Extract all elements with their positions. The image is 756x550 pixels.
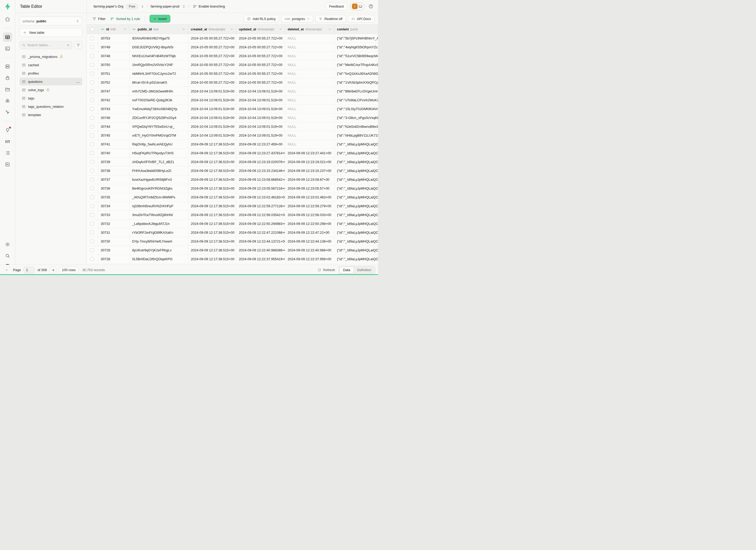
chevron-down-icon[interactable] xyxy=(328,28,332,31)
row-select-cell[interactable] xyxy=(87,131,98,140)
column-header-created_at[interactable]: created_attimestamptz xyxy=(188,25,236,34)
cell-content[interactable]: {"id":"_Id9aLyJpMHQLaiQC xyxy=(334,140,378,149)
cell-deleted_at[interactable]: 2024-09-09 12:22:50.298+00 xyxy=(285,219,334,228)
cell-public_id[interactable]: Be4KignzoK9YRGNI3Zgks xyxy=(130,184,188,193)
row-checkbox[interactable] xyxy=(90,222,94,226)
table-list-item[interactable]: questions... xyxy=(19,78,82,85)
home-icon[interactable] xyxy=(3,15,12,24)
cell-updated_at[interactable]: 2024-09-09 12:22:40.986386+00 xyxy=(236,246,285,254)
settings-icon[interactable] xyxy=(3,240,12,249)
new-table-button[interactable]: New table xyxy=(19,28,82,37)
cell-id[interactable]: 30730 xyxy=(98,237,130,246)
page-input[interactable] xyxy=(23,267,35,273)
cell-created_at[interactable]: 2024-10-05 00:55:27.722+00 xyxy=(188,61,236,69)
cell-public_id[interactable]: RiqOV6p_5wihLeIAEQyhU xyxy=(130,140,188,149)
cell-deleted_at[interactable]: 2024-09-09 12:22:40.988+00 xyxy=(285,246,334,254)
cell-public_id[interactable]: 1hnRQjxSRm2V0VticY2NF xyxy=(130,61,188,69)
search-icon[interactable] xyxy=(3,251,12,260)
row-select-cell[interactable] xyxy=(87,96,98,104)
cell-deleted_at[interactable]: NULL xyxy=(285,52,334,60)
row-checkbox[interactable] xyxy=(90,63,94,67)
cell-created_at[interactable]: 2024-09-09 12:17:36.515+00 xyxy=(188,149,236,157)
cell-deleted_at[interactable]: 2024-09-09 12:23:27.441+00 xyxy=(285,149,334,157)
tab-definition[interactable]: Definition xyxy=(354,267,375,273)
cell-content[interactable]: {"id":"_Id9aLyJpMHQLaiQC xyxy=(334,184,378,193)
cell-content[interactable]: {"id":"_Id9aLyJpMHQLaiQC xyxy=(334,219,378,228)
cell-updated_at[interactable]: 2024-09-09 12:22:37.955419+00 xyxy=(236,255,285,263)
cell-updated_at[interactable]: 2024-09-09 12:23:08.668542+00 xyxy=(236,175,285,184)
row-checkbox[interactable] xyxy=(90,195,94,199)
cell-content[interactable]: {"id":"fvrQ1bXoJ6XaAD08G xyxy=(334,69,378,78)
cell-id[interactable]: 30751 xyxy=(98,69,130,78)
cell-deleted_at[interactable]: 2024-09-09 12:22:37.958+00 xyxy=(285,255,334,263)
cell-created_at[interactable]: 2024-10-05 00:55:27.722+00 xyxy=(188,52,236,60)
row-checkbox[interactable] xyxy=(90,213,94,217)
select-all-cell[interactable] xyxy=(87,25,98,34)
row-checkbox[interactable] xyxy=(90,169,94,173)
database-icon[interactable] xyxy=(3,62,12,71)
cell-deleted_at[interactable]: NULL xyxy=(285,113,334,122)
row-checkbox[interactable] xyxy=(90,248,94,252)
column-header-updated_at[interactable]: updated_attimestamptz xyxy=(236,25,285,34)
cell-created_at[interactable]: 2024-10-04 13:09:01.519+00 xyxy=(188,87,236,96)
cell-deleted_at[interactable]: 2024-09-09 12:23:08.67+00 xyxy=(285,175,334,184)
cell-public_id[interactable]: DYp-7mcyMSIrHefLYIwwH xyxy=(130,237,188,246)
row-checkbox[interactable] xyxy=(90,178,94,182)
cell-content[interactable]: {"id":"B6tr6eEFLrOVgeUmH xyxy=(334,87,378,96)
table-list-item[interactable]: tags xyxy=(19,94,82,102)
cell-id[interactable]: 30750 xyxy=(98,61,130,69)
advisors-icon[interactable] xyxy=(3,125,12,135)
cell-content[interactable]: {"id":"_Id9aLyJpMHQLaiQC xyxy=(334,175,378,184)
cell-created_at[interactable]: 2024-10-05 00:55:27.722+00 xyxy=(188,69,236,78)
cell-public_id[interactable]: bzwXazHgax6UIR58j6Fn3 xyxy=(130,175,188,184)
cell-public_id[interactable]: _l40sQIRTmMZfcm-MWMPs xyxy=(130,193,188,202)
cell-updated_at[interactable]: 2024-10-05 00:55:27.722+00 xyxy=(236,69,285,78)
cell-deleted_at[interactable]: NULL xyxy=(285,96,334,104)
cell-created_at[interactable]: 2024-09-09 12:17:36.515+00 xyxy=(188,166,236,175)
cell-created_at[interactable]: 2024-09-09 12:17:36.515+00 xyxy=(188,228,236,237)
row-checkbox[interactable] xyxy=(90,204,94,208)
cell-public_id[interactable]: nj336mN5reuRVNZrKHFpF xyxy=(130,202,188,210)
cell-id[interactable]: 30733 xyxy=(98,211,130,219)
column-header-public_id[interactable]: public_idtext xyxy=(130,25,188,34)
cell-id[interactable]: 30743 xyxy=(98,105,130,113)
table-editor-icon[interactable] xyxy=(3,32,12,42)
cell-id[interactable]: 30738 xyxy=(98,166,130,175)
cell-updated_at[interactable]: 2024-09-09 12:22:44.13721+00 xyxy=(236,237,285,246)
filter-tables-button[interactable] xyxy=(74,41,82,49)
notifications-button[interactable]: ! xyxy=(350,3,365,10)
cell-updated_at[interactable]: 2024-10-04 13:09:01.519+00 xyxy=(236,96,285,104)
cell-id[interactable]: 30735 xyxy=(98,193,130,202)
cell-created_at[interactable]: 2024-10-05 00:55:27.722+00 xyxy=(188,43,236,51)
cell-deleted_at[interactable]: NULL xyxy=(285,140,334,149)
cell-updated_at[interactable]: 2024-10-04 13:09:01.519+00 xyxy=(236,105,285,113)
cell-content[interactable]: {"id":"sTsWaLCPsVA2WuK2 xyxy=(334,96,378,104)
cell-content[interactable]: {"id":"S1vrVC5BrB59wqcM4 xyxy=(334,52,378,60)
row-checkbox[interactable] xyxy=(90,116,94,120)
cell-public_id[interactable]: xrETI_HyGY0mPMGVqtOTM xyxy=(130,131,188,140)
cell-public_id[interactable]: nxFT002ISeRE-Qobg3K3k xyxy=(130,96,188,104)
prev-page-button[interactable] xyxy=(4,267,10,273)
row-checkbox[interactable] xyxy=(90,125,94,129)
cell-created_at[interactable]: 2024-09-09 12:17:36.515+00 xyxy=(188,193,236,202)
cell-updated_at[interactable]: 2024-09-09 12:22:47.221066+00 xyxy=(236,228,285,237)
logs-icon[interactable] xyxy=(3,148,12,158)
cell-created_at[interactable]: 2024-09-09 12:17:36.515+00 xyxy=(188,237,236,246)
cell-deleted_at[interactable]: NULL xyxy=(285,78,334,87)
cell-public_id[interactable]: 3muDHTceTWso9IZj8hHNI xyxy=(130,211,188,219)
cell-public_id[interactable]: ZDCunRYJP2CQ5Z8Po2Gy4 xyxy=(130,113,188,122)
row-select-cell[interactable] xyxy=(87,105,98,113)
plan-badge[interactable]: Free xyxy=(126,4,138,9)
row-checkbox[interactable] xyxy=(90,133,94,137)
breadcrumb-project[interactable]: farming-paper-prod xyxy=(151,4,179,8)
cell-deleted_at[interactable]: NULL xyxy=(285,122,334,131)
cell-content[interactable]: {"id":"rtHbLpgB8V11LUK7152 xyxy=(334,131,378,140)
column-header-deleted_at[interactable]: deleted_attimestamptz xyxy=(285,25,334,34)
cell-deleted_at[interactable]: NULL xyxy=(285,34,334,43)
cell-content[interactable]: {"id":"_Id9aLyJpMHQLaiQC xyxy=(334,255,378,263)
row-checkbox[interactable] xyxy=(90,45,94,49)
table-list-item[interactable]: cached xyxy=(19,61,82,69)
row-checkbox[interactable] xyxy=(90,89,94,93)
cell-public_id[interactable]: rYbORF2e4YgDt9fKAXaKn xyxy=(130,228,188,237)
chevron-down-icon[interactable] xyxy=(123,28,127,31)
